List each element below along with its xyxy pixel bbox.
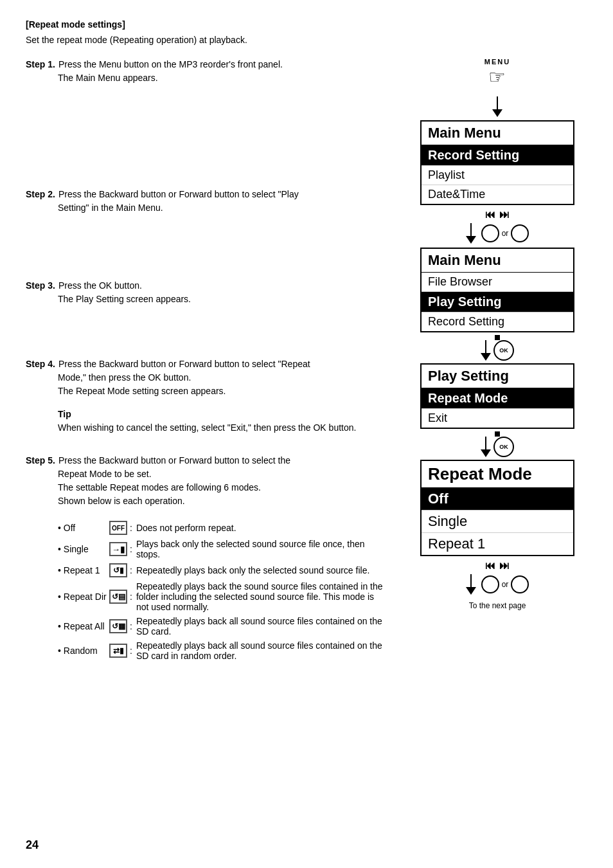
intro-text: Set the repeat mode (Repeating operation…	[26, 35, 587, 45]
hand-icon: ☞	[488, 66, 506, 88]
nav-circle-right-2	[511, 575, 529, 593]
menu-label: MENU	[484, 58, 510, 66]
next-track-icon-2: ⏭	[499, 560, 510, 572]
mode-list: • Off OFF : Does not perform repeat. • S…	[58, 521, 388, 661]
ok-section-1: OK	[481, 335, 514, 361]
small-square-2	[495, 431, 500, 437]
nav-section-2: ⏮ ⏭ or	[466, 560, 529, 595]
section-title: [Repeat mode settings]	[26, 19, 587, 30]
ok-button-1: OK	[493, 340, 514, 361]
next-track-icon: ⏭	[499, 209, 510, 221]
repeatdir-icon: ↺▤	[109, 590, 127, 604]
nav-circle-left	[481, 224, 499, 242]
ok-button-2: OK	[493, 437, 514, 457]
page-number: 24	[26, 838, 39, 852]
random-icon: ⇄▮	[109, 644, 127, 658]
to-next-page: To the next page	[469, 601, 526, 610]
step-3: Step 3. Press the OK button. The Play Se…	[26, 279, 388, 306]
step-2: Step 2. Press the Backward button or For…	[26, 188, 388, 215]
ok-arrow-1	[481, 340, 491, 361]
prev-track-icon: ⏮	[485, 209, 495, 221]
or-label-2: or	[502, 580, 509, 589]
main-menu-1: Main Menu Record Setting Playlist Date&T…	[420, 120, 574, 205]
arrow-1	[492, 96, 502, 117]
single-icon: →▮	[109, 542, 127, 556]
nav-section-1: ⏮ ⏭ or	[466, 209, 529, 244]
small-square-1	[495, 335, 500, 340]
main-menu-2: Main Menu File Browser Play Setting Reco…	[420, 248, 574, 332]
arrow-nav-left	[466, 223, 476, 244]
nav-circle-left-2	[481, 575, 499, 593]
ok-section-2: OK	[481, 431, 514, 457]
mode-random: • Random ⇄▮ : Repeatedly plays back all …	[58, 640, 388, 661]
repeat1-icon: ↺▮	[109, 563, 127, 577]
step-1: Step 1. Press the Menu button on the MP3…	[26, 58, 388, 85]
mode-repeatall: • Repeat All ↺▦ : Repeatedly plays back …	[58, 616, 388, 637]
step-5: Step 5. Press the Backward button or For…	[26, 454, 388, 508]
off-icon: OFF	[109, 521, 127, 535]
prev-track-icon-2: ⏮	[485, 560, 495, 572]
menu-icon-area: MENU ☞	[484, 58, 510, 88]
step-4: Step 4. Press the Backward button or For…	[26, 357, 388, 435]
mode-off: • Off OFF : Does not perform repeat.	[58, 521, 388, 535]
repeat-mode-menu: Repeat Mode Off Single Repeat 1	[420, 460, 574, 556]
play-setting-menu: Play Setting Repeat Mode Exit	[420, 363, 574, 429]
mode-single: • Single →▮ : Plays back only the select…	[58, 539, 388, 559]
repeatall-icon: ↺▦	[109, 619, 127, 633]
mode-repeat1: • Repeat 1 ↺▮ : Repeatedly plays back on…	[58, 563, 388, 577]
mode-repeatdir: • Repeat Dir ↺▤ : Repeatedly plays back …	[58, 581, 388, 612]
nav-circle-right	[511, 224, 529, 242]
ok-arrow-2	[481, 437, 491, 457]
diagram-column: MENU ☞ Main Menu Record Setting Playlist…	[407, 58, 587, 665]
arrow-nav-left-2	[466, 574, 476, 595]
or-label: or	[502, 229, 509, 238]
